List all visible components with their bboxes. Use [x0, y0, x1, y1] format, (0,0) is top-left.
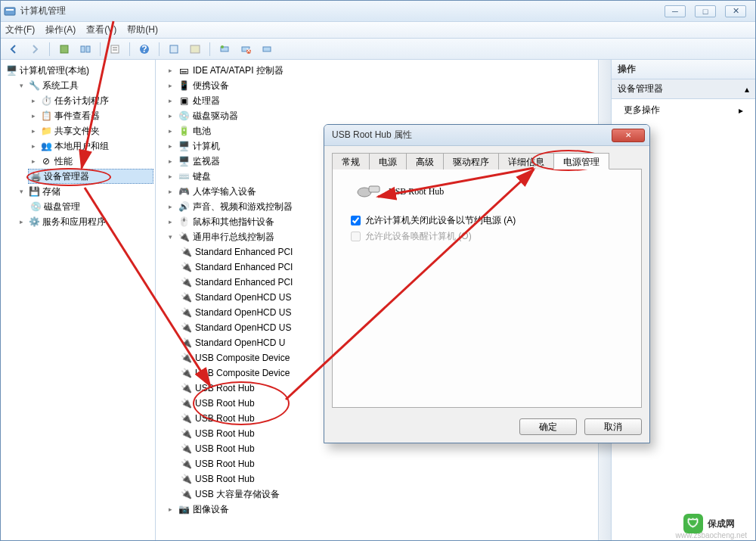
toolbar-button-3[interactable] [166, 41, 182, 58]
expand-icon[interactable]: ▸ [29, 142, 38, 151]
watermark-url: www.zsbaocheng.net [675, 531, 747, 539]
device-item[interactable]: 🔌USB Root Hub [180, 441, 609, 456]
usb-plug-icon: 🔌 [180, 397, 192, 409]
tree-shared-folders[interactable]: ▸📁共享文件夹 [28, 123, 153, 138]
forward-button[interactable] [26, 41, 43, 58]
tree-device-manager[interactable]: 🖨️设备管理器 [28, 169, 153, 184]
expand-icon[interactable]: ▸ [166, 67, 175, 75]
device-item[interactable]: 🔌USB Root Hub [180, 471, 609, 487]
expand-icon[interactable]: ▸ [29, 112, 38, 120]
tree-task-scheduler[interactable]: ▸⏱️任务计划程序 [28, 93, 153, 108]
svg-rect-10 [170, 45, 178, 53]
tree-root[interactable]: 🖥️ 计算机管理(本地) [4, 63, 153, 78]
allow-turnoff-checkbox[interactable] [351, 216, 361, 225]
tab-general[interactable]: 常规 [332, 153, 370, 169]
expand-icon[interactable]: ▸ [29, 157, 38, 166]
cancel-button[interactable]: 取消 [584, 418, 642, 435]
toolbar-button-5[interactable] [259, 41, 275, 58]
tab-power[interactable]: 电源 [369, 153, 407, 169]
tab-driver[interactable]: 驱动程序 [443, 153, 499, 169]
device-category[interactable]: ▸📷图像设备 [166, 502, 609, 517]
dialog-close-button[interactable]: ✕ [612, 129, 645, 142]
collapse-icon[interactable]: ▾ [17, 82, 26, 90]
collapse-icon[interactable]: ▾ [166, 233, 175, 241]
toolbar-button-2[interactable] [77, 41, 94, 58]
cpu-icon: ▣ [178, 95, 190, 107]
expand-icon[interactable]: ▸ [29, 97, 38, 105]
back-button[interactable] [5, 41, 22, 58]
tab-advanced[interactable]: 高级 [406, 153, 444, 169]
imaging-icon: 📷 [178, 503, 190, 515]
monitor-icon: 🖥️ [178, 155, 190, 167]
tab-details[interactable]: 详细信息 [498, 153, 554, 169]
tab-page-power-mgmt: USB Root Hub 允许计算机关闭此设备以节约电源 (A) 允许此设备唤醒… [332, 169, 642, 408]
device-label: 磁盘驱动器 [193, 109, 238, 123]
expand-icon[interactable]: ▸ [166, 505, 175, 514]
expand-icon[interactable]: ▸ [166, 218, 175, 226]
left-tree-panel[interactable]: 🖥️ 计算机管理(本地) ▾ 🔧 系统工具 ▸⏱️任务计划程序 [1, 60, 156, 540]
expand-icon[interactable]: ▸ [166, 188, 175, 196]
tree-services[interactable]: ▸⚙️服务和应用程序 [16, 214, 153, 229]
expand-icon[interactable]: ▸ [166, 127, 175, 135]
device-category[interactable]: ▸▣处理器 [166, 93, 609, 108]
expand-icon[interactable]: ▸ [29, 127, 38, 135]
minimize-button[interactable]: ─ [665, 5, 686, 17]
dialog-titlebar[interactable]: USB Root Hub 属性 ✕ [324, 125, 649, 146]
toolbar-button-1[interactable] [56, 41, 73, 58]
help-button[interactable]: ? [136, 41, 153, 58]
menu-file[interactable]: 文件(F) [5, 23, 35, 36]
more-actions[interactable]: 更多操作 ▸ [612, 99, 755, 121]
titlebar: 计算机管理 ─ □ ✕ [1, 1, 755, 22]
expand-icon[interactable]: ▸ [166, 97, 175, 105]
maximize-button[interactable]: □ [695, 5, 716, 17]
usb-plug-icon: 🔌 [180, 261, 192, 273]
power-option-1[interactable]: 允许计算机关闭此设备以节约电源 (A) [351, 214, 627, 227]
menu-view[interactable]: 查看(V) [86, 23, 116, 36]
device-label: 声音、视频和游戏控制器 [193, 200, 293, 213]
tree-event-viewer[interactable]: ▸📋事件查看器 [28, 108, 153, 123]
svg-rect-11 [191, 45, 200, 53]
usb-plug-icon: 🔌 [180, 367, 192, 379]
expand-icon[interactable]: ▸ [166, 82, 175, 90]
close-button[interactable]: ✕ [725, 5, 746, 17]
device-category[interactable]: ▸🖴IDE ATA/ATAPI 控制器 [166, 63, 609, 78]
ok-button[interactable]: 确定 [519, 418, 577, 435]
uninstall-button[interactable]: × [237, 41, 254, 58]
tree-performance[interactable]: ▸⊘性能 [28, 154, 153, 169]
properties-button[interactable] [107, 41, 123, 58]
menu-action[interactable]: 操作(A) [45, 23, 76, 36]
svg-rect-17 [263, 47, 271, 51]
expand-icon[interactable]: ▸ [17, 218, 26, 226]
dialog-title: USB Root Hub 属性 [329, 129, 612, 141]
collapse-icon[interactable]: ▾ [17, 188, 26, 196]
toolbar-button-4[interactable] [187, 41, 203, 58]
device-category[interactable]: ▸📱便携设备 [166, 78, 609, 93]
tree-local-users[interactable]: ▸👥本地用户和组 [28, 138, 153, 154]
event-icon: 📋 [40, 110, 52, 122]
expand-icon[interactable]: ▸ [166, 112, 175, 120]
device-header: USB Root Hub [346, 182, 627, 202]
checkbox-label: 允许此设备唤醒计算机 (O) [365, 230, 472, 243]
toolbar-separator [49, 42, 50, 56]
power-option-2: 允许此设备唤醒计算机 (O) [351, 230, 627, 243]
usb-icon: 🔌 [178, 231, 190, 243]
device-category[interactable]: ▸💿磁盘驱动器 [166, 108, 609, 123]
expand-icon[interactable]: ▸ [166, 173, 175, 181]
device-item[interactable]: 🔌USB Root Hub [180, 456, 609, 471]
scan-hardware-button[interactable] [216, 41, 233, 58]
device-label: 鼠标和其他指针设备 [193, 215, 274, 229]
menu-help[interactable]: 帮助(H) [127, 23, 158, 36]
tree-storage[interactable]: ▾ 💾 存储 [16, 184, 153, 199]
expand-icon[interactable]: ▸ [166, 157, 175, 166]
collapse-icon[interactable]: ▴ [745, 84, 749, 95]
device-label: USB Root Hub [195, 457, 255, 471]
device-label: Standard Enhanced PCI [195, 260, 293, 274]
tab-power-mgmt[interactable]: 电源管理 [553, 153, 609, 169]
tree-disk-mgmt[interactable]: 💿磁盘管理 [28, 199, 153, 214]
device-item[interactable]: 🔌USB 大容量存储设备 [180, 487, 609, 502]
expand-icon[interactable]: ▸ [166, 142, 175, 151]
tree-system-tools[interactable]: ▾ 🔧 系统工具 [16, 78, 153, 93]
usb-plug-icon: 🔌 [180, 246, 192, 258]
battery-icon: 🔋 [178, 125, 190, 137]
expand-icon[interactable]: ▸ [166, 203, 175, 211]
